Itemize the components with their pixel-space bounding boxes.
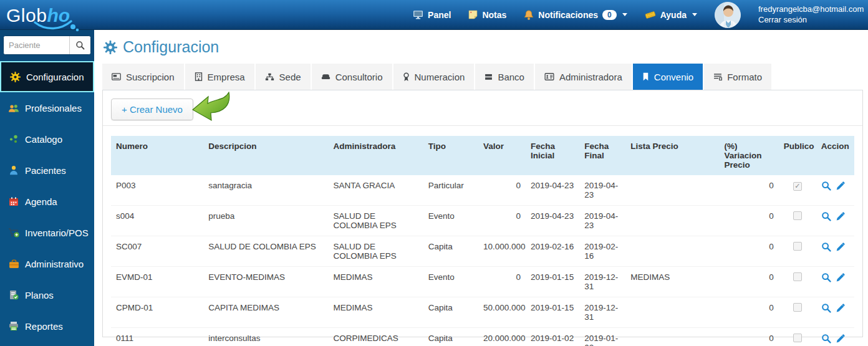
column-header-descripcion: Descripcion xyxy=(203,136,328,175)
cell-valor: 0 xyxy=(478,206,526,236)
sidebar-item-agenda[interactable]: Agenda xyxy=(0,186,94,217)
tab-consultorio[interactable]: Consultorio xyxy=(312,64,392,90)
tab-label: Sede xyxy=(279,72,301,82)
tab-convenio[interactable]: Convenio xyxy=(633,64,703,90)
sidebar-item-profesionales[interactable]: Profesionales xyxy=(0,92,94,123)
cell-tipo: Capita xyxy=(423,297,478,328)
view-button[interactable] xyxy=(821,211,831,221)
convenio-table-wrap: NumeroDescripcionAdministradoraTipoValor… xyxy=(103,126,862,346)
edit-button[interactable] xyxy=(836,273,845,282)
edit-button[interactable] xyxy=(836,243,845,252)
annotation-green-arrow-icon xyxy=(191,92,231,129)
edit-button[interactable] xyxy=(836,212,845,221)
search-button[interactable] xyxy=(69,36,90,54)
tab-empresa[interactable]: Empresa xyxy=(185,64,254,90)
sidebar-search xyxy=(0,30,94,61)
column-header-valor: Valor xyxy=(478,136,526,175)
publico-checkbox[interactable] xyxy=(793,303,802,312)
ticket-icon xyxy=(645,11,656,19)
view-button[interactable] xyxy=(821,272,831,282)
view-button[interactable] xyxy=(821,181,831,191)
nav-panel-label: Panel xyxy=(428,10,451,20)
table-row: 0111interconsultasCORPIMEDICASCapita20.0… xyxy=(111,328,854,346)
app-logo: Globho xyxy=(0,4,150,26)
logout-link[interactable]: Cerrar sesión xyxy=(758,15,868,26)
user-avatar[interactable] xyxy=(715,2,741,28)
tab-suscripcion[interactable]: Suscripcion xyxy=(102,64,184,90)
patient-icon xyxy=(8,165,19,175)
cell-lista-precio: MEDIMAS xyxy=(625,267,719,297)
page-title: Configuracion xyxy=(104,38,863,56)
create-new-button[interactable]: + Crear Nuevo xyxy=(111,99,193,120)
table-row: EVMD-01EVENTO-MEDIMASMEDIMASEvento02019-… xyxy=(111,267,854,297)
cell-fecha-final: 2019-01-02 xyxy=(579,328,625,346)
sidebar-item-planos[interactable]: Planos xyxy=(0,279,94,310)
tab-formato[interactable]: Formato xyxy=(704,64,771,90)
publico-checkbox[interactable] xyxy=(793,334,802,342)
cell-lista-precio xyxy=(625,206,719,236)
cell-numero: P003 xyxy=(111,175,203,206)
table-row: P003santagraciaSANTA GRACIAParticular020… xyxy=(111,175,854,206)
publico-checkbox[interactable] xyxy=(793,242,802,251)
bell-icon xyxy=(524,10,534,20)
config-tabs: SuscripcionEmpresaSedeConsultorioNumerac… xyxy=(102,64,863,90)
nav-notas[interactable]: Notas xyxy=(468,10,506,20)
gear-icon xyxy=(104,41,117,54)
cell-descripcion: interconsultas xyxy=(203,328,328,346)
sidebar-item-label: Pacientes xyxy=(25,165,66,176)
tab-label: Formato xyxy=(727,72,762,82)
cell-numero: 0111 xyxy=(111,328,203,346)
tab-administradora[interactable]: Administradora xyxy=(535,64,632,90)
publico-checkbox[interactable]: ✓ xyxy=(793,182,802,191)
nav-notificaciones[interactable]: Notificaciones 0 xyxy=(524,10,627,20)
tab-label: Empresa xyxy=(208,72,245,82)
edit-button[interactable] xyxy=(836,334,845,344)
cell-accion xyxy=(816,328,854,346)
tab-banco[interactable]: Banco xyxy=(475,64,534,90)
calendar-icon xyxy=(8,196,19,206)
cell-accion xyxy=(816,206,854,236)
cell-publico xyxy=(779,328,816,346)
cell-lista-precio xyxy=(625,297,719,328)
building-icon xyxy=(195,72,203,81)
main-content: Configuracion SuscripcionEmpresaSedeCons… xyxy=(94,30,868,346)
view-button[interactable] xyxy=(821,334,831,344)
sidebar-item-administrativo[interactable]: Administrativo xyxy=(0,248,94,279)
table-row: s004pruebaSALUD DE COLOMBIA EPSEvento020… xyxy=(111,206,854,236)
notifications-badge: 0 xyxy=(602,10,617,20)
view-button[interactable] xyxy=(821,303,831,313)
sidebar-item-configuracion[interactable]: Configuracion xyxy=(0,61,94,92)
cell-fecha-inicial: 2019-01-15 xyxy=(526,297,579,328)
sidebar-item-label: Reportes xyxy=(25,321,63,332)
logo-swoosh-icon xyxy=(34,20,82,32)
tab-sede[interactable]: Sede xyxy=(256,64,311,90)
tab-label: Convenio xyxy=(654,72,693,82)
patient-search-input[interactable] xyxy=(4,36,69,54)
publico-checkbox[interactable] xyxy=(793,272,802,281)
briefcase-icon xyxy=(8,259,19,269)
cell-variacion-precio: 0 xyxy=(720,328,779,346)
nav-ayuda[interactable]: Ayuda xyxy=(645,10,697,20)
sidebar-item-catalogo[interactable]: Catalogo xyxy=(0,123,94,155)
cell-publico: ✓ xyxy=(779,175,816,206)
table-row: SC007SALUD DE COLOMBIA EPSSALUD DE COLOM… xyxy=(111,236,854,267)
cell-valor: 50.000.000 xyxy=(478,297,526,328)
nav-panel[interactable]: Panel xyxy=(413,10,451,20)
sidebar-item-inventario-pos[interactable]: Inventario/POS xyxy=(0,217,94,248)
cell-accion xyxy=(816,267,854,297)
tab-label: Administradora xyxy=(559,72,622,82)
note-icon xyxy=(468,10,478,19)
edit-button[interactable] xyxy=(836,181,845,191)
cell-administradora: SANTA GRACIA xyxy=(329,175,423,206)
publico-checkbox[interactable] xyxy=(793,211,802,220)
tab-numeracion[interactable]: Numeracion xyxy=(393,64,475,90)
sidebar-item-pacientes[interactable]: Pacientes xyxy=(0,155,94,186)
edit-button[interactable] xyxy=(836,304,845,313)
table-row: CPMD-01CAPITA MEDIMASMEDIMASCapita50.000… xyxy=(111,297,854,328)
cell-accion xyxy=(816,236,854,267)
sidebar-item-reportes[interactable]: Reportes xyxy=(0,310,94,342)
chevron-down-icon xyxy=(692,13,697,16)
view-button[interactable] xyxy=(821,242,831,252)
cell-fecha-inicial: 2019-01-02 xyxy=(526,328,579,346)
cell-valor: 10.000.000 xyxy=(478,236,526,267)
